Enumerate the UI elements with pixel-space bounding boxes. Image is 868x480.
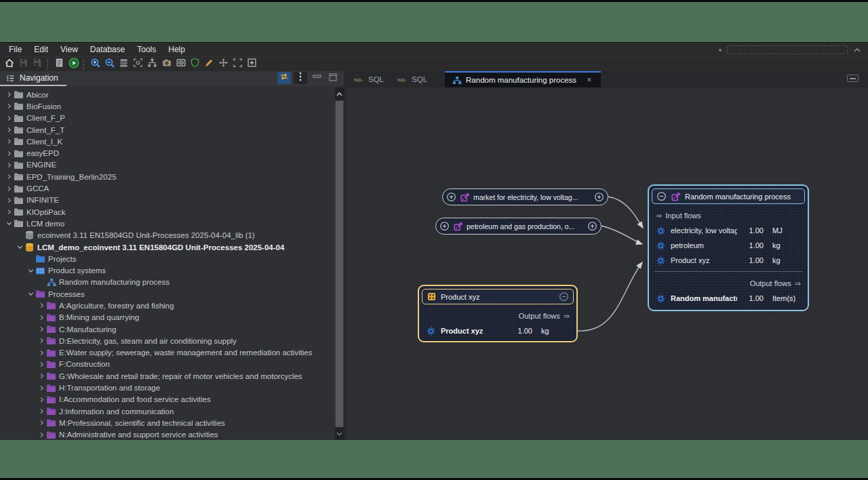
chevron-right-icon[interactable] [4,102,14,111]
tree-item-client-i-k[interactable]: Client_I_K [0,136,335,147]
minimize-button[interactable] [310,72,323,84]
flow-row-product-xyz[interactable]: Product xyz1.00kg [649,253,808,268]
chevron-down-icon[interactable] [26,266,35,275]
link-with-editor-button[interactable] [277,72,291,84]
tree-item-easyepd[interactable]: easyEPD [0,147,335,159]
graph-node-product-xyz[interactable]: Product xyzOutput flows⇒Product xyz1.00k… [418,285,578,342]
preview-button[interactable] [174,58,188,71]
chevron-up-icon[interactable] [852,45,863,54]
close-icon[interactable]: × [585,75,594,85]
chevron-right-icon[interactable] [37,407,46,416]
node-header[interactable]: Random manufacturing process [652,188,805,204]
chevron-right-icon[interactable] [37,301,46,311]
node-header[interactable]: Product xyz [422,289,574,304]
tree-item-j-information-and-communication[interactable]: J:Information and communication [0,405,335,417]
expand-inputs-button[interactable] [439,221,450,231]
health-check-button[interactable] [188,58,202,71]
tab-sql-1[interactable]: SQLSQL [391,71,434,87]
flow-row-product-xyz[interactable]: Product xyz1.00kg [419,323,576,338]
collapse-button[interactable] [656,191,667,201]
quick-access-field[interactable] [727,45,848,54]
chevron-right-icon[interactable] [37,430,46,439]
chevron-down-icon[interactable] [26,289,35,299]
flow-row-petroleum[interactable]: petroleum1.00kg [649,238,808,253]
chevron-right-icon[interactable] [4,207,14,217]
home-button[interactable] [2,58,16,71]
save-as-button[interactable] [31,58,45,71]
expand-outputs-button[interactable] [594,192,604,202]
menu-view[interactable]: View [54,43,84,56]
tree-item-client-f-t[interactable]: Client_F_T [0,124,335,136]
chevron-right-icon[interactable] [4,137,14,146]
add-button[interactable] [245,58,259,71]
tree-item-projects[interactable]: Projects [0,253,335,264]
chevron-right-icon[interactable] [4,172,14,182]
save-button[interactable] [16,58,31,71]
tree-item-abicor[interactable]: Abicor [0,89,335,100]
tree-item-a-agriculture-forestry-and-fishing[interactable]: A:Agriculture, forestry and fishing [0,300,335,311]
chevron-right-icon[interactable] [4,148,14,158]
run-button[interactable] [66,58,81,71]
tab-navigation[interactable]: Navigation [0,71,66,86]
expand-outputs-button[interactable] [587,221,597,231]
tree-item-product-systems[interactable]: Product systems [0,264,335,276]
chevron-right-icon[interactable] [4,160,14,169]
tree-item-e-water-supply-sewerage-waste-management-and-remediation-activities[interactable]: E:Water supply; sewerage, waste manageme… [0,347,335,359]
chevron-right-icon[interactable] [4,113,14,123]
tree-item-processes[interactable]: Processes [0,288,335,300]
tree-item-ecoinvent-3-11-en15804gd-unit-processes-2025-04-04-lib-1[interactable]: ecoinvent 3.11 EN15804GD Unit-Processes … [0,230,335,241]
menu-database[interactable]: Database [84,43,131,56]
tree-item-b-mining-and-quarrying[interactable]: B:Mining and quarrying [0,312,335,323]
model-graph-canvas[interactable]: market for electricity, low voltag...pet… [347,87,868,440]
tree-item-random-manufacturing-process[interactable]: Random manufacturing process [0,277,335,288]
collapse-button[interactable] [559,292,569,302]
chevron-right-icon[interactable] [37,313,46,322]
tree-item-biofusion[interactable]: BioFusion [0,100,335,112]
tree-item-f-construction[interactable]: F:Construction [0,359,335,370]
graph-node-petroleum-and-gas-production-o[interactable]: petroleum and gas production, o... [435,218,601,235]
chevron-right-icon[interactable] [37,372,46,381]
tab-random-manufacturing-process-2[interactable]: Random manufacturing process× [445,71,601,87]
chevron-right-icon[interactable] [37,336,46,346]
tree-item-n-administrative-and-support-service-activities[interactable]: N:Administrative and support service act… [0,429,335,440]
chevron-right-icon[interactable] [4,125,14,135]
tree-item-c-manufacturing[interactable]: C:Manufacturing [0,323,335,335]
menu-file[interactable]: File [3,43,28,56]
menu-tools[interactable]: Tools [131,43,162,56]
tree-layout-button[interactable] [145,58,159,71]
navigation-scrollbar[interactable] [335,87,344,440]
flow-row-random-manufactured[interactable]: Random manufactured...1.00Item(s) [649,291,808,306]
view-menu-button[interactable] [294,72,307,84]
expand-inputs-button[interactable] [446,192,456,202]
chevron-right-icon[interactable] [4,195,14,205]
chevron-right-icon[interactable] [4,184,14,193]
scrollbar-down-button[interactable] [335,427,344,440]
tree-item-kioptipack[interactable]: KIOptiPack [0,206,335,218]
chevron-right-icon[interactable] [37,383,46,393]
tree-item-m-professional-scientific-and-technical-activities[interactable]: M:Professional, scientific and technical… [0,417,335,428]
tree-item-epd-training-berlin2025[interactable]: EPD_Training_Berlin2025 [0,171,335,182]
menu-help[interactable]: Help [162,43,191,56]
tree-item-g-wholesale-and-retail-trade-repair-of-motor-vehicles-and-motorcycles[interactable]: G:Wholesale and retail trade; repair of … [0,370,335,382]
tree-item-d-electricity-gas-steam-and-air-conditioning-supply[interactable]: D:Electricity, gas, steam and air condit… [0,335,335,346]
flow-row-electricity-low-voltage[interactable]: electricity, low voltage1.00MJ [649,223,808,238]
tree-item-infinite[interactable]: INFINITE [0,195,335,206]
chevron-right-icon[interactable] [37,418,46,428]
chevron-right-icon[interactable] [37,395,46,404]
tree-item-gcca[interactable]: GCCA [0,182,335,194]
scrollbar-up-button[interactable] [335,87,344,100]
tree-item-i-accommodation-and-food-service-activities[interactable]: I:Accommodation and food service activit… [0,394,335,405]
snapshot-button[interactable] [159,58,174,71]
focus-button[interactable] [131,58,145,71]
chevron-right-icon[interactable] [4,90,14,100]
tab-sql-0[interactable]: SQLSQL [347,71,391,87]
tree-item-h-transportation-and-storage[interactable]: H:Transportation and storage [0,382,335,393]
chevron-down-icon[interactable] [4,219,14,228]
graph-node-random-manufacturing-process[interactable]: Random manufacturing process⇒Input flows… [648,184,809,311]
edit-button[interactable] [202,58,216,71]
maximize-button[interactable] [326,72,340,84]
chevron-right-icon[interactable] [37,348,46,357]
graph-node-market-for-electricity-low-voltag[interactable]: market for electricity, low voltag... [442,188,608,205]
chevron-down-icon[interactable] [15,243,24,252]
report-button[interactable] [52,58,66,71]
